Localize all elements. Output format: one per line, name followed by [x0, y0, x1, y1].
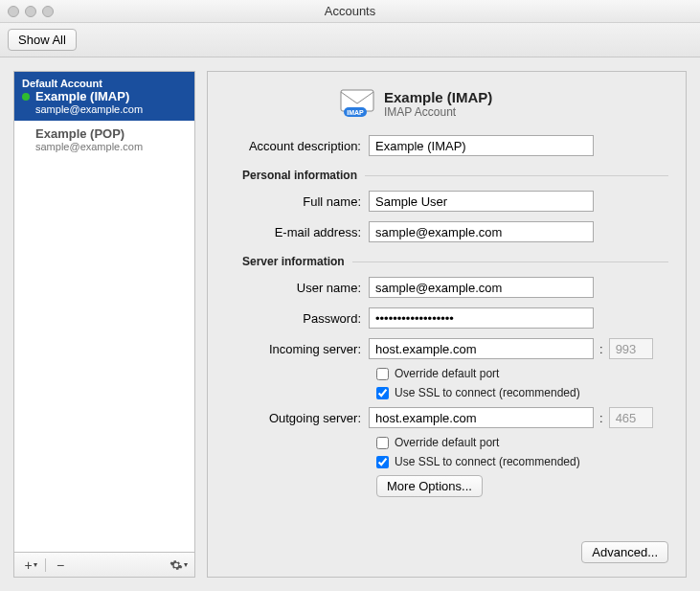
accounts-sidebar: Default Account Example (IMAP) sample@ex… [13, 71, 195, 578]
label-override-port: Override default port [395, 436, 499, 449]
panel-subtitle: IMAP Account [384, 105, 492, 119]
gear-icon[interactable]: ▾ [168, 557, 189, 574]
incoming-server-input[interactable] [369, 338, 594, 359]
label-password: Password: [225, 311, 369, 326]
label-account-description: Account description: [225, 139, 369, 153]
outgoing-ssl-checkbox[interactable] [376, 456, 389, 468]
label-email: E-mail address: [225, 225, 369, 239]
section-personal-info: Personal information [242, 169, 365, 182]
outgoing-port-input[interactable] [609, 407, 653, 428]
status-online-icon [22, 93, 30, 101]
divider [352, 261, 668, 262]
content: Default Account Example (IMAP) sample@ex… [0, 57, 700, 591]
divider [365, 175, 668, 176]
account-name: Example (IMAP) [35, 89, 129, 103]
panel-header: IMAP Example (IMAP) IMAP Account [340, 89, 668, 121]
label-use-ssl: Use SSL to connect (recommended) [395, 455, 580, 468]
account-item-pop[interactable]: Example (POP) sample@example.com [14, 121, 194, 158]
panel-title: Example (IMAP) [384, 89, 492, 105]
label-full-name: Full name: [225, 194, 369, 209]
incoming-port-input[interactable] [609, 338, 653, 359]
more-options-button[interactable]: More Options... [376, 475, 483, 497]
full-name-input[interactable] [369, 191, 594, 212]
mail-imap-icon: IMAP [340, 89, 374, 121]
svg-text:IMAP: IMAP [347, 109, 364, 116]
account-detail-panel: IMAP Example (IMAP) IMAP Account Account… [207, 71, 687, 578]
port-separator: : [599, 411, 603, 425]
zoom-icon[interactable] [42, 6, 54, 17]
accounts-list: Default Account Example (IMAP) sample@ex… [14, 72, 194, 552]
sidebar-toolbar: +▾ − ▾ [14, 552, 194, 577]
account-description-input[interactable] [369, 135, 594, 156]
email-input[interactable] [369, 221, 594, 242]
password-input[interactable] [369, 307, 594, 329]
label-incoming-server: Incoming server: [225, 342, 369, 356]
show-all-button[interactable]: Show All [8, 29, 77, 51]
incoming-ssl-checkbox[interactable] [376, 387, 389, 399]
default-account-label: Default Account [22, 78, 187, 89]
account-name: Example (POP) [35, 126, 124, 141]
incoming-override-port-checkbox[interactable] [376, 368, 389, 380]
remove-account-button[interactable]: − [50, 557, 71, 574]
user-name-input[interactable] [369, 277, 594, 298]
port-separator: : [599, 342, 603, 356]
window-controls [8, 6, 54, 17]
account-email: sample@example.com [35, 103, 187, 115]
window-title: Accounts [0, 4, 700, 18]
account-email: sample@example.com [35, 141, 187, 152]
label-override-port: Override default port [395, 367, 499, 380]
toolbar: Show All [0, 23, 700, 57]
advanced-button[interactable]: Advanced... [581, 541, 668, 563]
add-account-button[interactable]: +▾ [20, 557, 41, 574]
minimize-icon[interactable] [25, 6, 36, 17]
account-item-imap[interactable]: Default Account Example (IMAP) sample@ex… [14, 72, 194, 121]
titlebar: Accounts [0, 0, 700, 23]
outgoing-server-input[interactable] [369, 407, 594, 428]
separator [45, 558, 46, 572]
close-icon[interactable] [8, 6, 19, 17]
label-user-name: User name: [225, 281, 369, 295]
outgoing-override-port-checkbox[interactable] [376, 437, 389, 449]
label-use-ssl: Use SSL to connect (recommended) [395, 386, 580, 399]
label-outgoing-server: Outgoing server: [225, 411, 369, 425]
section-server-info: Server information [242, 255, 352, 268]
